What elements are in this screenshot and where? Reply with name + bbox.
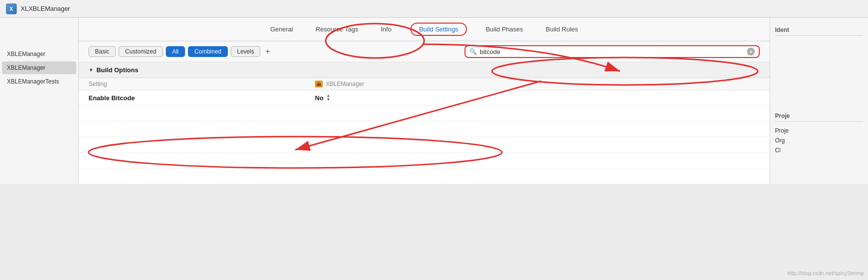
filter-all-button[interactable]: All <box>166 46 185 57</box>
identity-section-title: Ident <box>775 23 863 36</box>
content-area: General Resource Tags Info Build Setting… <box>79 18 770 184</box>
col-setting-header: Setting <box>89 81 315 87</box>
tab-general[interactable]: General <box>266 24 297 35</box>
stepper-icon[interactable]: ▲▼ <box>326 94 330 102</box>
table-header-row: Setting 🧰 XBLEManager <box>79 78 770 90</box>
empty-row-1 <box>79 106 770 121</box>
filter-combined-button[interactable]: Combined <box>188 46 228 57</box>
setting-value-cell[interactable]: No ▲▼ <box>315 94 760 102</box>
project-label: Proje <box>775 126 863 136</box>
target-icon: 🧰 <box>315 81 323 87</box>
app-icon: X <box>6 3 17 14</box>
tab-info[interactable]: Info <box>377 24 396 35</box>
tab-build-phases[interactable]: Build Phases <box>482 24 527 35</box>
sidebar-item-xblemanagertests[interactable]: XBLEManagerTests <box>2 75 76 88</box>
tab-build-settings[interactable]: Build Settings <box>410 23 467 36</box>
org-label: Org <box>775 136 863 145</box>
search-box: 🔍 ✕ <box>465 45 760 58</box>
sidebar-item-xblemanager-1[interactable]: XBLEManager <box>2 48 76 60</box>
filter-bar: Basic Customized All Combined Levels + 🔍… <box>79 41 770 62</box>
filter-add-button[interactable]: + <box>263 47 272 56</box>
search-icon: 🔍 <box>469 48 477 55</box>
cl-label: Cl <box>775 145 863 155</box>
tab-resource-tags[interactable]: Resource Tags <box>311 24 362 35</box>
table-area: ▼ Build Options Setting 🧰 XBLEManager <box>79 62 770 184</box>
empty-row-5 <box>79 168 770 184</box>
setting-name-cell: Enable Bitcode <box>89 94 315 102</box>
section-header-build-options: ▼ Build Options <box>79 62 770 78</box>
watermark: http://blog.csdn.net/spicyShrimp <box>787 270 864 276</box>
empty-row-3 <box>79 137 770 153</box>
empty-row-4 <box>79 153 770 168</box>
col-value-header: 🧰 XBLEManager <box>315 81 760 87</box>
main-container: XBLEManager XBLEManager XBLEManagerTests… <box>0 18 868 184</box>
app-name: XLXBLEManager <box>21 5 70 12</box>
search-input[interactable] <box>480 48 744 56</box>
empty-row-2 <box>79 121 770 137</box>
section-triangle-icon: ▼ <box>89 67 93 73</box>
sidebar-item-xblemanager-2[interactable]: XBLEManager <box>2 61 76 74</box>
tab-bar: General Resource Tags Info Build Setting… <box>79 18 770 41</box>
filter-customized-button[interactable]: Customized <box>119 46 162 57</box>
setting-value-text: No ▲▼ <box>315 94 330 102</box>
table-row: Enable Bitcode No ▲▼ <box>79 90 770 106</box>
titlebar: X XLXBLEManager <box>0 0 868 18</box>
project-section-title: Proje <box>775 109 863 122</box>
sidebar: XBLEManager XBLEManager XBLEManagerTests <box>0 18 79 184</box>
right-panel: Ident Proje Proje Org Cl <box>770 18 868 184</box>
filter-levels-button[interactable]: Levels <box>231 46 261 57</box>
filter-basic-button[interactable]: Basic <box>89 46 116 57</box>
search-clear-button[interactable]: ✕ <box>747 48 755 56</box>
tab-build-rules[interactable]: Build Rules <box>542 24 582 35</box>
